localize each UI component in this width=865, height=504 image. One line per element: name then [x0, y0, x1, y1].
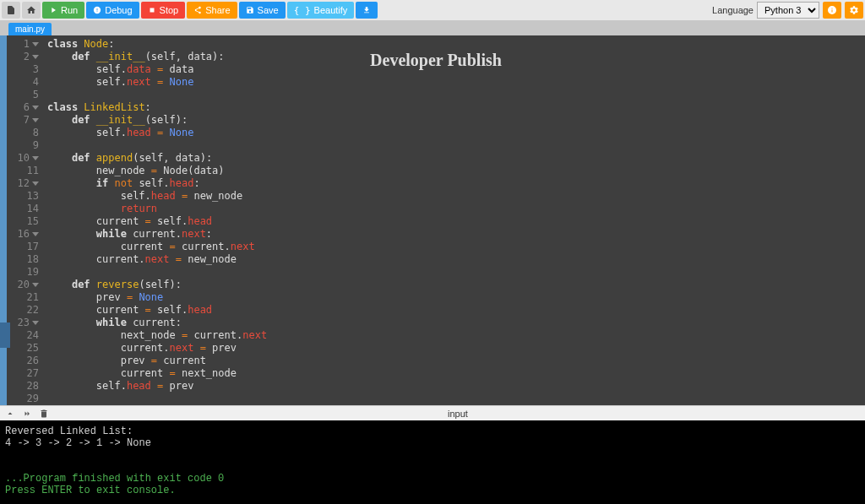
- code-line[interactable]: [47, 89, 860, 101]
- console-line: ...Program finished with exit code 0: [5, 473, 860, 485]
- line-number: 8: [14, 127, 39, 139]
- code-line[interactable]: prev = current: [47, 355, 860, 367]
- console-line: [5, 461, 860, 473]
- code-line[interactable]: current.next = new_node: [47, 253, 860, 266]
- language-label: Language: [712, 5, 753, 15]
- line-number: 17: [14, 241, 39, 253]
- line-number: 25: [14, 342, 39, 355]
- save-button[interactable]: Save: [239, 2, 286, 19]
- tab-main-py[interactable]: main.py: [8, 23, 52, 35]
- settings-button[interactable]: [845, 2, 863, 19]
- code-line[interactable]: self.head = None: [47, 127, 860, 139]
- line-number: 22: [14, 304, 39, 317]
- fold-icon[interactable]: [32, 55, 39, 59]
- stop-button[interactable]: Stop: [141, 2, 186, 19]
- code-line[interactable]: [47, 139, 860, 152]
- code-line[interactable]: new_node = Node(data): [47, 165, 860, 177]
- sidebar-expand-handle[interactable]: [0, 322, 10, 348]
- home-button[interactable]: [22, 2, 41, 19]
- console-line: [5, 449, 860, 461]
- code-line[interactable]: next_node = current.next: [47, 329, 860, 342]
- code-line[interactable]: self.next = None: [47, 76, 860, 89]
- code-line[interactable]: current = self.head: [47, 304, 860, 317]
- console-trash-icon[interactable]: [39, 409, 49, 419]
- console-output[interactable]: Reversed Linked List:4 -> 3 -> 2 -> 1 ->…: [0, 420, 865, 504]
- code-line[interactable]: def append(self, data):: [47, 152, 860, 165]
- line-number: 9: [14, 139, 39, 152]
- fold-icon[interactable]: [32, 283, 39, 287]
- run-button[interactable]: Run: [42, 2, 84, 19]
- fold-icon[interactable]: [32, 182, 39, 186]
- line-number: 16: [14, 228, 39, 241]
- console-line: Press ENTER to exit console.: [5, 485, 860, 496]
- code-line[interactable]: current = self.head: [47, 215, 860, 228]
- line-number: 7: [14, 114, 39, 127]
- line-number: 14: [14, 203, 39, 215]
- language-select[interactable]: Python 3: [757, 2, 819, 19]
- line-number: 5: [14, 89, 39, 101]
- new-file-button[interactable]: [2, 2, 20, 19]
- fold-icon[interactable]: [32, 156, 39, 160]
- line-number: 3: [14, 63, 39, 76]
- line-number: 24: [14, 329, 39, 342]
- line-number: 20: [14, 279, 39, 291]
- line-number: 12: [14, 177, 39, 190]
- code-area[interactable]: class Node: def __init__(self, data): se…: [42, 35, 865, 405]
- code-line[interactable]: if not self.head:: [47, 177, 860, 190]
- fold-icon[interactable]: [32, 118, 39, 122]
- code-line[interactable]: self.head = new_node: [47, 190, 860, 203]
- tab-bar: main.py: [0, 20, 865, 35]
- line-number: 29: [14, 393, 39, 405]
- code-line[interactable]: current = next_node: [47, 367, 860, 380]
- line-number: 4: [14, 76, 39, 89]
- sidebar-collapsed[interactable]: [0, 35, 7, 405]
- fold-icon[interactable]: [32, 321, 39, 325]
- line-number: 26: [14, 355, 39, 367]
- line-number: 27: [14, 367, 39, 380]
- line-number: 6: [14, 101, 39, 114]
- share-button[interactable]: Share: [187, 2, 237, 19]
- line-number: 10: [14, 152, 39, 165]
- download-button[interactable]: [356, 2, 378, 19]
- code-line[interactable]: while current:: [47, 317, 860, 329]
- line-number: 13: [14, 190, 39, 203]
- code-line[interactable]: class Node:: [47, 38, 860, 51]
- line-gutter: 1234567891011121314151617181920212223242…: [7, 35, 42, 405]
- code-line[interactable]: current.next = prev: [47, 342, 860, 355]
- line-number: 18: [14, 253, 39, 266]
- console-line: Reversed Linked List:: [5, 425, 860, 437]
- debug-button[interactable]: Debug: [86, 2, 139, 19]
- code-line[interactable]: prev = None: [47, 291, 860, 304]
- console-chevron-icon[interactable]: [5, 409, 15, 419]
- fold-icon[interactable]: [32, 42, 39, 46]
- console-toolbar: input: [0, 405, 865, 420]
- console-expand-icon[interactable]: [22, 409, 32, 419]
- code-line[interactable]: def __init__(self, data):: [47, 51, 860, 63]
- line-number: 1: [14, 38, 39, 51]
- line-number: 28: [14, 380, 39, 393]
- console-input-label: input: [448, 409, 468, 419]
- code-line[interactable]: def __init__(self):: [47, 114, 860, 127]
- code-line[interactable]: self.data = data: [47, 63, 860, 76]
- fold-icon[interactable]: [32, 106, 39, 110]
- code-line[interactable]: [47, 393, 860, 405]
- line-number: 21: [14, 291, 39, 304]
- code-line[interactable]: while current.next:: [47, 228, 860, 241]
- line-number: 15: [14, 215, 39, 228]
- code-line[interactable]: def reverse(self):: [47, 279, 860, 291]
- svg-rect-0: [150, 8, 154, 13]
- main-toolbar: Run Debug Stop Share Save { } Beautify L…: [0, 0, 865, 20]
- line-number: 11: [14, 165, 39, 177]
- code-line[interactable]: class LinkedList:: [47, 101, 860, 114]
- line-number: 2: [14, 51, 39, 63]
- line-number: 19: [14, 266, 39, 279]
- code-editor[interactable]: Developer Publish 1234567891011121314151…: [7, 35, 865, 405]
- code-line[interactable]: return: [47, 203, 860, 215]
- fold-icon[interactable]: [32, 232, 39, 236]
- info-button[interactable]: [823, 2, 841, 19]
- code-line[interactable]: current = current.next: [47, 241, 860, 253]
- code-line[interactable]: self.head = prev: [47, 380, 860, 393]
- code-line[interactable]: [47, 266, 860, 279]
- beautify-button[interactable]: { } Beautify: [287, 2, 355, 19]
- console-line: 4 -> 3 -> 2 -> 1 -> None: [5, 437, 860, 449]
